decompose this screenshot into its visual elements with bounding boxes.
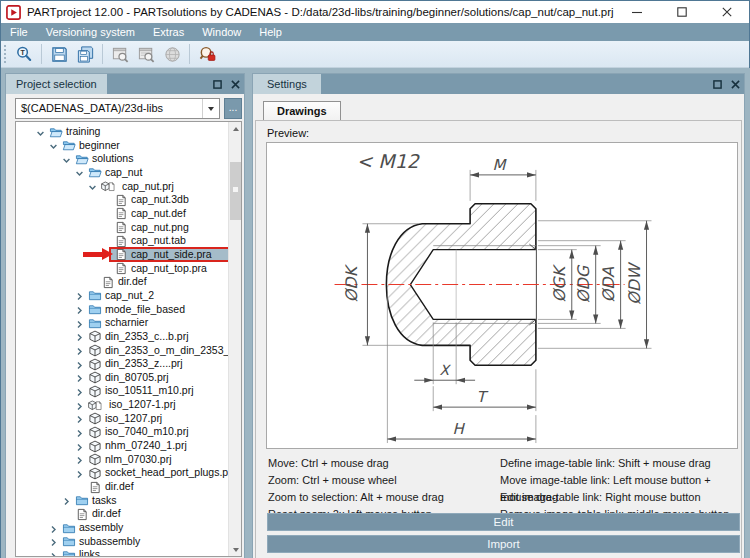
chevron-right-icon[interactable]	[49, 524, 58, 533]
save-all-icon[interactable]	[73, 43, 97, 66]
close-panel-icon[interactable]	[226, 74, 244, 94]
workspace: Project selection $(CADENAS_DATA)/23d-li…	[1, 68, 750, 558]
menu-file[interactable]: File	[1, 23, 37, 41]
tree-item-cap-nut-prj[interactable]: cap_nut.prj	[16, 180, 228, 194]
chevron-right-icon[interactable]	[75, 414, 84, 423]
tree-item-label: cap_nut.3db	[131, 193, 189, 207]
chevron-right-icon[interactable]	[75, 387, 84, 396]
tree-item-dir-def[interactable]: dir.def	[16, 480, 228, 494]
tree-item-din-2353-c-b-prj[interactable]: din_2353_c...b.prj	[16, 330, 228, 344]
folder-icon	[75, 494, 89, 507]
menu-help[interactable]: Help	[250, 23, 291, 41]
tree-item-beginner[interactable]: beginner	[16, 139, 228, 153]
close-panel-icon[interactable]	[726, 74, 744, 94]
menu-versioning-system[interactable]: Versioning system	[37, 23, 144, 41]
cube-icon	[88, 371, 102, 384]
tree-item-iso-1207-1-prj[interactable]: iso_1207-1.prj	[16, 398, 228, 412]
tree-item-cap-nut-side-pra[interactable]: cap_nut_side.pra	[16, 248, 228, 262]
import-button[interactable]: Import	[267, 535, 740, 553]
chevron-right-icon[interactable]	[75, 291, 84, 300]
tree-item-dir-def[interactable]: dir.def	[16, 507, 228, 521]
tree-item-iso-1207-prj[interactable]: iso_1207.prj	[16, 412, 228, 426]
scroll-thumb[interactable]	[230, 162, 241, 220]
maximize-icon[interactable]	[659, 1, 704, 23]
chevron-down-icon[interactable]	[88, 182, 97, 191]
title-bar: PARTproject 12.00 - PARTsolutions by CAD…	[1, 1, 749, 23]
tree-item-iso-10511-m10-prj[interactable]: iso_10511_m10.prj	[16, 384, 228, 398]
minimize-icon[interactable]	[614, 1, 659, 23]
tree-item-din-80705-prj[interactable]: din_80705.prj	[16, 371, 228, 385]
tree-item-cap-nut-top-pra[interactable]: cap_nut_top.pra	[16, 262, 228, 276]
cube-page-icon	[88, 399, 106, 412]
tree-item-label: nlm_07030.prj	[105, 453, 172, 467]
chevron-right-icon[interactable]	[75, 305, 84, 314]
tree-item-label: mode_file_based	[105, 303, 185, 317]
cap-nut-drawing: < M12 M ØDK ØGK ØDG ØDA ØDW X T H	[267, 143, 737, 448]
chevron-down-icon[interactable]	[36, 128, 45, 137]
chevron-down-icon[interactable]	[75, 168, 84, 177]
save-icon[interactable]	[47, 43, 71, 66]
tree-item-solutions[interactable]: solutions	[16, 152, 228, 166]
chevron-right-icon[interactable]	[75, 401, 84, 410]
tree-item-dir-def[interactable]: dir.def	[16, 275, 228, 289]
close-icon[interactable]	[704, 1, 749, 23]
drawing-preview[interactable]: < M12 M ØDK ØGK ØDG ØDA ØDW X T H	[266, 142, 738, 449]
chevron-down-icon[interactable]	[49, 141, 58, 150]
scroll-down-icon[interactable]	[229, 543, 242, 556]
chevron-right-icon[interactable]	[75, 360, 84, 369]
project-path-combobox[interactable]: $(CADENAS_DATA)/23d-libs	[15, 98, 220, 119]
tree-item-label: beginner	[79, 139, 120, 153]
chevron-right-icon[interactable]	[49, 551, 58, 557]
tree-item-assembly[interactable]: assembly	[16, 521, 228, 535]
browse-button[interactable]: ...	[224, 98, 242, 119]
tree-item-label: assembly	[79, 521, 123, 535]
tree-item-socket-head-port-plugs-prj[interactable]: socket_head_port_plugs.prj	[16, 466, 228, 480]
tree-item-din-2353-z-prj[interactable]: din_2353_z....prj	[16, 357, 228, 371]
chevron-right-icon[interactable]	[49, 537, 58, 546]
chevron-right-icon[interactable]	[75, 346, 84, 355]
edit-button[interactable]: Edit	[267, 513, 740, 531]
chevron-right-icon[interactable]	[62, 496, 71, 505]
tree-item-cap-nut-2[interactable]: cap_nut_2	[16, 289, 228, 303]
tree-scrollbar[interactable]	[228, 122, 241, 556]
scroll-up-icon[interactable]	[229, 122, 242, 135]
chevron-right-icon[interactable]	[75, 332, 84, 341]
chevron-down-icon[interactable]	[62, 155, 71, 164]
chevron-right-icon[interactable]	[75, 319, 84, 328]
chevron-right-icon[interactable]	[75, 428, 84, 437]
tree-item-cap-nut-3db[interactable]: cap_nut.3db	[16, 193, 228, 207]
tree-item-scharnier[interactable]: scharnier	[16, 316, 228, 330]
tree-item-cap-nut-tab[interactable]: cap_nut.tab	[16, 234, 228, 248]
search-text-icon[interactable]: T	[12, 43, 36, 66]
tree-item-cap-nut-def[interactable]: cap_nut.def	[16, 207, 228, 221]
combo-dropdown-icon[interactable]	[202, 99, 219, 118]
tree-item-cap-nut-png[interactable]: cap_nut.png	[16, 221, 228, 235]
help-text-left: Zoom: Ctrl + mouse wheel	[268, 472, 500, 489]
tree-item-links[interactable]: links	[16, 548, 228, 557]
float-panel-icon[interactable]	[208, 74, 226, 94]
chevron-right-icon[interactable]	[75, 469, 84, 478]
file-icon	[88, 481, 102, 494]
tab-drawings[interactable]: Drawings	[263, 101, 341, 121]
tree-item-label: dir.def	[105, 480, 134, 494]
chevron-right-icon[interactable]	[75, 442, 84, 451]
tree-item-training[interactable]: training	[16, 125, 228, 139]
dim-gk: ØGK	[550, 263, 569, 302]
tree-item-iso-7040-m10-prj[interactable]: iso_7040_m10.prj	[16, 425, 228, 439]
tree-item-subassembly[interactable]: subassembly	[16, 535, 228, 549]
chevron-right-icon[interactable]	[75, 455, 84, 464]
tree-item-nlm-07030-prj[interactable]: nlm_07030.prj	[16, 453, 228, 467]
tree-item-din-2353-o-m-din-2353-p-[interactable]: din_2353_o_m_din_2353_p_...	[16, 344, 228, 358]
tree-item-mode-file-based[interactable]: mode_file_based	[16, 303, 228, 317]
folder-open-icon	[49, 126, 63, 139]
menu-window[interactable]: Window	[193, 23, 250, 41]
tree-item-cap-nut[interactable]: cap_nut	[16, 166, 228, 180]
float-panel-icon[interactable]	[708, 74, 726, 94]
search-lock-icon[interactable]	[195, 43, 219, 66]
chevron-right-icon[interactable]	[75, 373, 84, 382]
tree-item-label: scharnier	[105, 316, 148, 330]
tree-item-nhm-07240-1-prj[interactable]: nhm_07240_1.prj	[16, 439, 228, 453]
menu-extras[interactable]: Extras	[144, 23, 193, 41]
cube-icon	[88, 358, 102, 371]
tree-item-tasks[interactable]: tasks	[16, 494, 228, 508]
